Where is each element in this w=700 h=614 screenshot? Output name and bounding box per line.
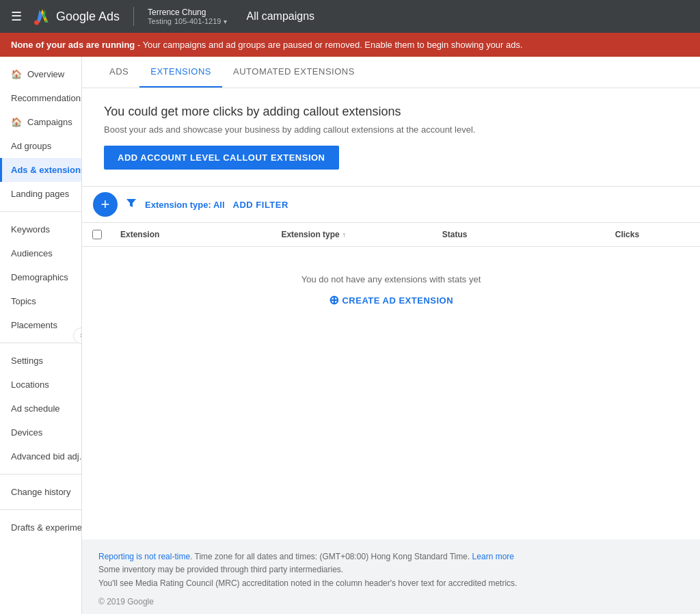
alert-bold: None of your ads are running [11, 40, 135, 50]
sidebar-item-devices[interactable]: Devices [0, 421, 81, 444]
footer-inventory: Some inventory may be provided through t… [98, 563, 684, 576]
sidebar: 🏠 Overview Recommendations 🏠 Campaigns A… [0, 57, 82, 614]
account-dropdown-icon[interactable]: ▾ [224, 18, 227, 25]
tab-extensions[interactable]: EXTENSIONS [139, 57, 222, 88]
sidebar-item-demographics[interactable]: Demographics [0, 265, 81, 289]
alert-message: - Your campaigns and ad groups are pause… [137, 40, 523, 50]
th-extra [647, 228, 700, 241]
sidebar-label-ad-schedule: Ad schedule [11, 403, 60, 414]
sidebar-label-advanced-bid: Advanced bid adj. [11, 451, 81, 462]
sidebar-label-recommendations: Recommendations [11, 93, 82, 103]
footer-timezone: . Time zone for all dates and times: (GM… [190, 552, 472, 561]
tab-ads[interactable]: ADS [98, 57, 139, 88]
sidebar-item-settings[interactable]: Settings [0, 349, 81, 373]
footer-reporting-row: Reporting is not real-time. Time zone fo… [98, 550, 684, 563]
promo-title: You could get more clicks by adding call… [104, 105, 678, 119]
sort-arrow-icon: ↑ [342, 231, 346, 239]
sidebar-item-audiences[interactable]: Audiences [0, 241, 81, 265]
table-container: Extension Extension type ↑ Status Clicks… [82, 223, 700, 539]
main-layout: 🏠 Overview Recommendations 🏠 Campaigns A… [0, 57, 700, 614]
th-checkbox [82, 223, 112, 246]
account-number: 105-401-1219 [174, 17, 221, 25]
sidebar-label-settings: Settings [11, 356, 43, 366]
sidebar-label-change-history: Change history [11, 487, 70, 497]
th-clicks: Clicks [558, 223, 647, 246]
promo-banner: You could get more clicks by adding call… [82, 88, 700, 187]
svg-point-4 [34, 21, 39, 25]
account-label: Testing [148, 17, 172, 25]
header-divider [133, 7, 134, 26]
sidebar-label-campaigns: Campaigns [27, 117, 72, 127]
top-header: ☰ Google Ads Terrence Chung Testing 105-… [0, 0, 700, 33]
sidebar-label-adgroups: Ad groups [11, 141, 51, 151]
sidebar-divider-4 [0, 509, 81, 510]
filter-label[interactable]: Extension type: All [145, 200, 225, 210]
select-all-checkbox[interactable] [92, 230, 102, 239]
sidebar-item-ad-schedule[interactable]: Ad schedule [0, 397, 81, 421]
account-info[interactable]: Terrence Chung Testing 105-401-1219 ▾ [148, 8, 227, 25]
campaign-title: All campaigns [246, 10, 314, 23]
create-ad-extension-button[interactable]: ⊕ CREATE AD EXTENSION [329, 293, 453, 308]
sidebar-item-adgroups[interactable]: Ad groups [0, 134, 81, 158]
add-filter-button[interactable]: ADD FILTER [233, 200, 288, 210]
footer-copyright: © 2019 Google [98, 596, 684, 609]
content-area: ADS EXTENSIONS AUTOMATED EXTENSIONS You … [82, 57, 700, 614]
google-ads-logo-icon [33, 7, 52, 26]
account-id-row: Testing 105-401-1219 ▾ [148, 17, 227, 25]
menu-icon[interactable]: ☰ [8, 6, 25, 27]
sidebar-label-keywords: Keywords [11, 224, 50, 235]
sidebar-collapse-button[interactable]: › [73, 328, 82, 344]
sidebar-item-overview[interactable]: 🏠 Overview [0, 62, 81, 86]
sidebar-label-demographics: Demographics [11, 272, 68, 282]
tab-automated-extensions[interactable]: AUTOMATED EXTENSIONS [222, 57, 366, 88]
account-user: Terrence Chung [148, 8, 227, 17]
th-extension: Extension [112, 223, 273, 246]
sidebar-item-ads-extensions[interactable]: Ads & extensions [0, 158, 81, 182]
sidebar-item-keywords[interactable]: Keywords [0, 217, 81, 241]
empty-state: You do not have any extensions with stat… [82, 247, 700, 335]
sidebar-item-advanced-bid[interactable]: Advanced bid adj. [0, 444, 81, 468]
sidebar-label-audiences: Audiences [11, 248, 53, 258]
app-name: Google Ads [56, 10, 120, 24]
th-status: Status [434, 223, 559, 246]
promo-description: Boost your ads and showcase your busines… [104, 124, 678, 135]
learn-more-link[interactable]: Learn more [472, 552, 514, 561]
filter-funnel-icon [126, 198, 137, 211]
create-plus-icon: ⊕ [329, 293, 340, 308]
sidebar-item-topics[interactable]: Topics [0, 289, 81, 313]
sidebar-divider-1 [0, 211, 81, 212]
sidebar-divider-2 [0, 343, 81, 343]
add-account-level-callout-button[interactable]: ADD ACCOUNT LEVEL CALLOUT EXTENSION [104, 146, 339, 170]
sidebar-label-locations: Locations [11, 379, 49, 390]
home-icon2: 🏠 [11, 117, 22, 127]
logo-area: Google Ads [33, 7, 120, 26]
plus-icon: + [101, 196, 110, 213]
filter-row: + Extension type: All ADD FILTER [82, 187, 700, 223]
sidebar-label-landing-pages: Landing pages [11, 189, 69, 199]
sidebar-item-drafts-experiments[interactable]: Drafts & experiments [0, 516, 81, 539]
sidebar-item-recommendations[interactable]: Recommendations [0, 86, 81, 110]
sidebar-label-placements: Placements [11, 320, 57, 330]
sidebar-item-campaigns[interactable]: 🏠 Campaigns [0, 110, 81, 134]
table-header: Extension Extension type ↑ Status Clicks [82, 223, 700, 247]
sidebar-label-ads-extensions: Ads & extensions [11, 165, 82, 175]
sidebar-divider-3 [0, 474, 81, 475]
empty-state-text: You do not have any extensions with stat… [301, 274, 481, 284]
footer: Reporting is not real-time. Time zone fo… [82, 539, 700, 614]
sidebar-item-placements[interactable]: Placements [0, 313, 81, 337]
sidebar-label-topics: Topics [11, 296, 36, 306]
alert-banner: None of your ads are running - Your camp… [0, 33, 700, 57]
sidebar-label-devices: Devices [11, 427, 42, 438]
sidebar-item-landing-pages[interactable]: Landing pages [0, 182, 81, 206]
th-extension-type[interactable]: Extension type ↑ [273, 223, 433, 246]
sidebar-label-drafts: Drafts & experiments [11, 522, 82, 533]
reporting-link[interactable]: Reporting is not real-time [98, 552, 190, 561]
sidebar-item-change-history[interactable]: Change history [0, 480, 81, 504]
home-icon: 🏠 [11, 69, 22, 79]
tabs-bar: ADS EXTENSIONS AUTOMATED EXTENSIONS [82, 57, 700, 88]
footer-mrc: You'll see Media Rating Council (MRC) ac… [98, 577, 684, 590]
sidebar-label-overview: Overview [27, 69, 64, 79]
sidebar-item-locations[interactable]: Locations [0, 373, 81, 397]
add-fab-button[interactable]: + [93, 192, 118, 217]
